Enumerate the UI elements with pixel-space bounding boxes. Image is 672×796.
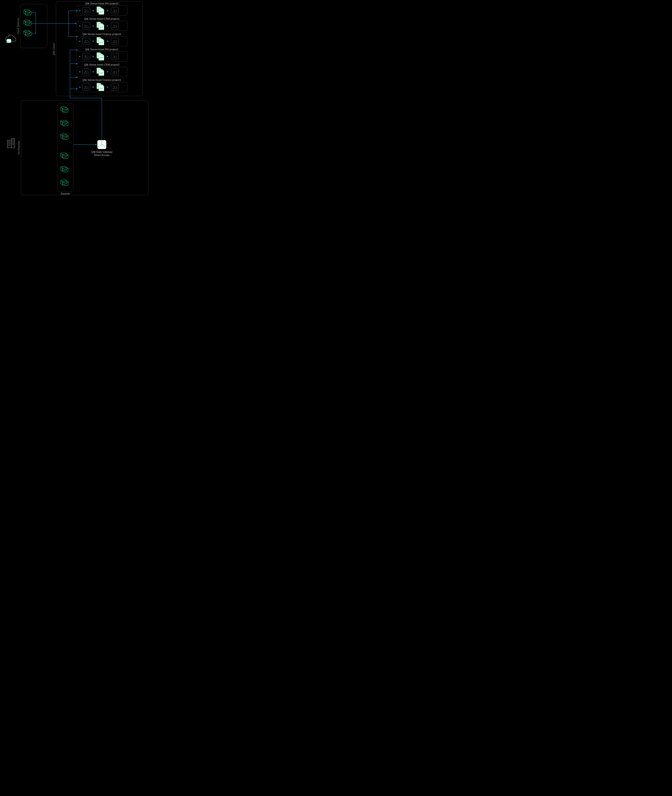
database-icon [24, 10, 31, 15]
asset-title: Qlik Sense Asset RH project1 [85, 48, 118, 51]
database-icon [61, 180, 68, 186]
database-icon [24, 30, 31, 36]
asset-title: Qlik Sense Asset RH project2 [85, 2, 118, 5]
flow-gateway-to-assets [70, 49, 102, 140]
svg-rect-20 [57, 103, 73, 191]
asset-row: Qlik Sense Asset CRM project2 [76, 63, 127, 77]
database-icon [61, 120, 68, 126]
qlik-cloud-label: Qlik Cloud [53, 43, 55, 55]
database-icon [61, 166, 68, 172]
on-premise-zone: On-Premise [18, 100, 148, 195]
building-icon [7, 138, 14, 148]
database-icon [61, 153, 68, 159]
database-icon [61, 107, 68, 112]
sources-label: Sources [61, 192, 70, 195]
gateway-label-1: Qlik Data Gateway [91, 151, 112, 153]
asset-title: Qlik Sense Asset CRM project2 [84, 63, 120, 66]
cloud-sources-label: Cloud Sources [17, 18, 19, 35]
asset-row: Qlik Sense Asset Finance project2 [76, 33, 127, 46]
asset-title: Qlik Sense Asset Finance project2 [82, 33, 121, 35]
asset-row: Qlik Sense Asset RH project2 [76, 2, 127, 16]
database-icon [24, 20, 31, 26]
on-premise-label: On-Premise [18, 141, 20, 154]
gateway-label-2: Direct Access [94, 154, 110, 157]
sources-zone: Sources [57, 103, 73, 195]
architecture-diagram: QV QVD Qlik Cloud Cloud Sources Qlik Sen… [0, 0, 153, 198]
asset-title: Qlik Sense Asset Finance project1 [82, 79, 121, 81]
asset-row: Qlik Sense Asset Finance project1 [76, 79, 127, 92]
cloud-icon [6, 35, 16, 43]
database-icon [61, 134, 68, 140]
cloud-sources-zone: Cloud Sources [17, 4, 47, 48]
svg-rect-17 [21, 100, 148, 195]
asset-row: Qlik Sense Asset RH project1 [76, 48, 127, 61]
qlik-data-gateway: Qlik Data Gateway Direct Access [91, 140, 112, 157]
asset-row: Qlik Sense Asset CRM project1 [76, 18, 127, 31]
assets-container: Qlik Sense Asset RH project2Qlik Sense A… [76, 2, 127, 92]
svg-rect-21 [98, 140, 106, 149]
flow-cloud-to-qlik [32, 10, 78, 37]
flow-sources-to-gateway [74, 144, 97, 145]
asset-title: Qlik Sense Asset CRM project1 [84, 18, 120, 20]
